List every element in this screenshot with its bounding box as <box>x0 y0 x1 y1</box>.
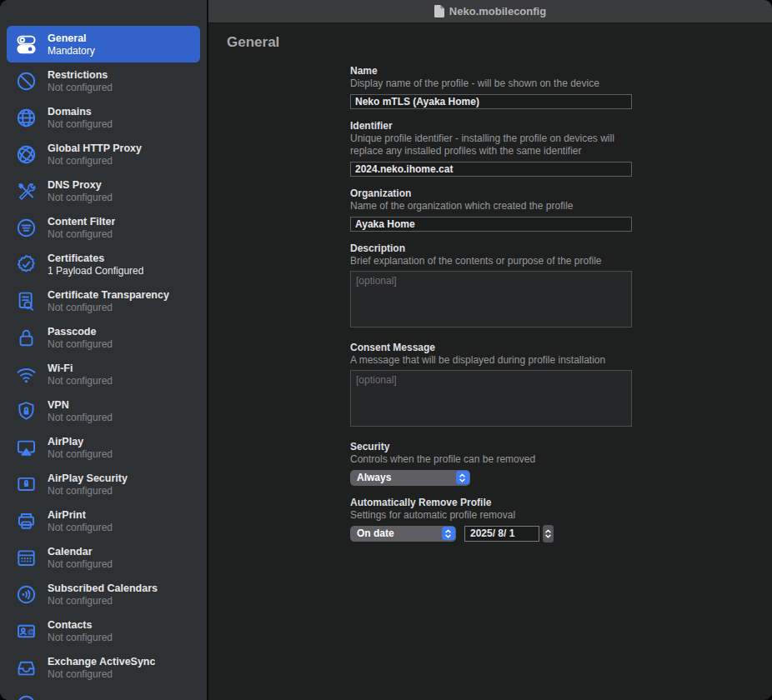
sidebar-item-text: DomainsNot configured <box>48 106 113 130</box>
sidebar-item-status: Not configured <box>48 632 113 643</box>
toggles-icon <box>13 31 39 58</box>
sidebar-item-text: AirPrintNot configured <box>48 509 113 533</box>
organization-input[interactable] <box>350 217 632 232</box>
seal-check-icon <box>13 251 39 278</box>
automatically-remove-profile-popup-button[interactable]: On date <box>350 526 456 542</box>
field-control <box>350 161 632 177</box>
sidebar-item-passcode[interactable]: PasscodeNot configured <box>7 319 200 356</box>
sidebar-item-text: Content FilterNot configured <box>48 216 115 240</box>
sidebar-item-airplay-security[interactable]: AirPlay SecurityNot configured <box>7 466 200 502</box>
sidebar-item-label: Exchange ActiveSync <box>48 656 155 668</box>
sidebar-item-status: Not configured <box>48 338 113 350</box>
field-control <box>350 370 632 430</box>
sidebar-item-label: Content Filter <box>48 216 115 228</box>
sidebar-item-label: Subscribed Calendars <box>48 582 158 595</box>
sidebar-item-text: VPNNot configured <box>48 399 113 423</box>
removal-date-field[interactable]: 2025/ 8/ 1 <box>464 526 539 542</box>
description-textarea[interactable] <box>350 271 632 328</box>
sidebar-item-text: ContactsNot configured <box>48 619 113 643</box>
payload-sidebar[interactable]: GeneralMandatoryRestrictionsNot configur… <box>0 0 208 700</box>
field-security: SecurityControls when the profile can be… <box>350 440 632 486</box>
sidebar-item-label: DNS Proxy <box>48 179 113 192</box>
sidebar-item-dns-proxy[interactable]: DNS ProxyNot configured <box>7 172 200 209</box>
wifi-icon <box>13 361 39 388</box>
date-controls-row: On date2025/ 8/ 1 <box>350 525 632 542</box>
field-control: On date2025/ 8/ 1 <box>350 525 632 542</box>
sidebar-item-label: Certificates <box>48 252 143 265</box>
sidebar-item-airplay[interactable]: AirPlayNot configured <box>7 429 200 466</box>
titlebar-main: Neko.mobileconfig <box>208 0 772 23</box>
field-control <box>350 271 632 331</box>
sidebar-item-certificates[interactable]: Certificates1 Payload Configured <box>7 246 200 282</box>
sidebar-item-text: Exchange ActiveSyncNot configured <box>48 656 155 680</box>
sidebar-item-airprint[interactable]: AirPrintNot configured <box>7 502 200 539</box>
sidebar-item-status: 1 Payload Configured <box>48 265 143 277</box>
sidebar-item-label: Contacts <box>48 619 113 632</box>
sidebar-item-status: Not configured <box>48 558 113 570</box>
sidebar-item-status: Not configured <box>48 118 113 130</box>
sidebar-item-text: PasscodeNot configured <box>48 326 113 350</box>
sidebar-item-exchange-activesync[interactable]: Exchange ActiveSyncNot configured <box>7 649 200 686</box>
sidebar-item-status: Mandatory <box>48 45 95 57</box>
screen-lock-icon <box>13 471 39 498</box>
sidebar-item-label: Domains <box>48 106 113 118</box>
sidebar-item-contacts[interactable]: @ContactsNot configured <box>7 612 200 649</box>
name-input[interactable] <box>350 94 632 109</box>
sidebar-item-label: Global HTTP Proxy <box>48 142 142 155</box>
date-stepper[interactable] <box>543 525 554 542</box>
field-label: Description <box>350 242 632 255</box>
sidebar-item-label: Certificate Transparency <box>48 289 169 302</box>
sidebar-item-status: Not configured <box>48 485 128 497</box>
field-consent-message: Consent MessageA message that will be di… <box>350 341 632 430</box>
field-control <box>350 216 632 232</box>
sidebar-item-domains[interactable]: DomainsNot configured <box>7 99 200 136</box>
contact-card-icon: @ <box>13 618 39 644</box>
field-description: Unique profile identifier - installing t… <box>350 132 632 158</box>
shield-lock-icon <box>13 398 39 424</box>
broadcast-icon <box>13 581 39 608</box>
identifier-input[interactable] <box>350 162 632 177</box>
sidebar-item-status: Not configured <box>48 228 115 240</box>
field-label: Security <box>350 440 632 453</box>
field-description: Controls when the profile can be removed <box>350 453 632 466</box>
sidebar-item-text: Certificate TransparencyNot configured <box>48 289 169 313</box>
consent-message-textarea[interactable] <box>350 370 632 427</box>
tray-icon <box>13 654 39 681</box>
field-organization: OrganizationName of the organization whi… <box>350 187 632 232</box>
prohibition-icon <box>13 68 39 94</box>
field-description: Settings for automatic profile removal <box>350 509 632 522</box>
field-description: Display name of the profile - will be sh… <box>350 78 632 90</box>
lock-icon <box>13 324 39 351</box>
document-magnifier-icon <box>13 288 39 314</box>
sidebar-item-global-http-proxy[interactable]: Global HTTP ProxyNot configured <box>7 136 200 172</box>
sidebar-item-wi-fi[interactable]: Wi-FiNot configured <box>7 356 200 392</box>
popup-selected-value: On date <box>357 528 394 539</box>
field-automatically-remove-profile: Automatically Remove ProfileSettings for… <box>350 496 632 542</box>
sidebar-item-calendar[interactable]: CalendarNot configured <box>7 539 200 576</box>
popup-selected-value: Always <box>357 472 391 483</box>
field-name: NameDisplay name of the profile - will b… <box>350 64 632 109</box>
sidebar-item-subscribed-calendars[interactable]: Subscribed CalendarsNot configured <box>7 576 200 612</box>
sidebar-item-label: AirPrint <box>48 509 113 522</box>
sidebar-item-label: VPN <box>48 399 113 412</box>
sidebar-item-text: AirPlayNot configured <box>48 436 113 460</box>
printer-icon <box>13 508 39 534</box>
field-label: Identifier <box>350 119 632 132</box>
security-popup-button[interactable]: Always <box>350 470 470 486</box>
app-window: Neko.mobileconfig GeneralMandatoryRestri… <box>0 0 772 700</box>
sidebar-item-general[interactable]: GeneralMandatory <box>7 26 200 62</box>
sidebar-item-status: Not configured <box>48 375 113 387</box>
sidebar-item-certificate-transparency[interactable]: Certificate TransparencyNot configured <box>7 282 200 319</box>
sidebar-item-label: Calendar <box>48 546 113 558</box>
field-label: Name <box>350 64 632 78</box>
sidebar-item-content-filter[interactable]: Content FilterNot configured <box>7 209 200 246</box>
sidebar-item-text: Wi-FiNot configured <box>48 362 113 387</box>
sidebar-item-google-account[interactable]: Google Account <box>7 686 200 700</box>
sidebar-item-text: Subscribed CalendarsNot configured <box>48 582 158 607</box>
sidebar-item-status: Not configured <box>48 522 113 533</box>
field-control <box>350 93 632 109</box>
sidebar-item-vpn[interactable]: VPNNot configured <box>7 392 200 429</box>
field-control: Always <box>350 469 632 486</box>
window-title: Neko.mobileconfig <box>449 5 546 18</box>
sidebar-item-restrictions[interactable]: RestrictionsNot configured <box>7 62 200 99</box>
